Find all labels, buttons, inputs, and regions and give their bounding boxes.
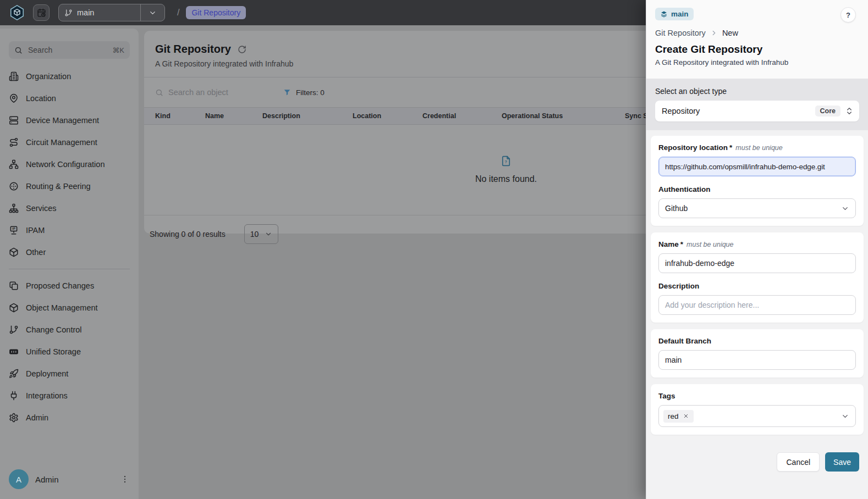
page-size-select[interactable]: 10 xyxy=(244,224,278,244)
name-label: Name xyxy=(658,240,679,248)
drawer-breadcrumb: Git Repository New xyxy=(655,29,859,37)
name-input[interactable]: infrahub-demo-edge xyxy=(658,253,856,273)
globe-dots-icon xyxy=(9,181,19,191)
branch-selector[interactable]: main xyxy=(58,4,165,21)
object-type-value: Repository xyxy=(662,107,815,115)
sidebar-item-routing-peering[interactable]: Routing & Peering xyxy=(0,175,139,197)
sidebar-item-label: Unified Storage xyxy=(26,347,81,356)
sidebar-item-label: Circuit Management xyxy=(26,138,97,147)
drawer-form: Repository location*must be unique https… xyxy=(646,130,868,499)
page-size-value: 10 xyxy=(250,230,265,239)
object-search-placeholder: Search an object xyxy=(168,88,228,97)
results-summary: Showing 0 of 0 results xyxy=(150,230,226,239)
filters-button[interactable]: Filters: 0 xyxy=(283,88,325,97)
sidebar-item-label: Deployment xyxy=(26,369,68,378)
sidebar-item-label: Other xyxy=(26,248,46,257)
sidebar-item-change-control[interactable]: Change Control xyxy=(0,319,139,341)
tag-chip-label: red xyxy=(668,412,679,420)
sidebar-item-circuit-management[interactable]: Circuit Management xyxy=(0,131,139,153)
sidebar-item-label: Object Management xyxy=(26,303,98,312)
help-button[interactable]: ? xyxy=(840,7,856,23)
object-type-section: Select an object type Repository Core xyxy=(646,79,868,130)
sidebar-item-label: Routing & Peering xyxy=(26,182,91,191)
sidebar-item-ipam[interactable]: IPIPAM xyxy=(0,219,139,241)
sidebar-item-unified-storage[interactable]: Unified Storage xyxy=(0,341,139,363)
required-marker: * xyxy=(680,240,683,248)
layers-icon xyxy=(660,10,668,18)
chevron-right-icon xyxy=(710,29,718,37)
rocket-icon xyxy=(9,369,19,379)
sidebar-search[interactable]: Search ⌘K xyxy=(9,41,130,59)
plug-icon xyxy=(9,391,19,401)
kebab-menu-icon[interactable] xyxy=(120,474,130,484)
sidebar-item-label: Proposed Changes xyxy=(26,281,94,290)
column-header-operational-status: Operational Status xyxy=(502,112,625,120)
sidebar-item-admin[interactable]: Admin xyxy=(0,407,139,429)
empty-state-text: No items found. xyxy=(475,174,537,184)
sidebar-item-location[interactable]: Location xyxy=(0,87,139,109)
tags-select[interactable]: red xyxy=(658,405,856,427)
default-branch-input[interactable]: main xyxy=(658,350,856,370)
column-header-kind: Kind xyxy=(155,112,205,120)
tag-chip-red: red xyxy=(663,410,694,423)
sidebar-search-shortcut: ⌘K xyxy=(112,46,124,54)
drawer-branch-badge: main xyxy=(655,8,694,20)
repository-location-input[interactable]: https://github.com/opsmill/infrahub-demo… xyxy=(658,157,856,176)
chevron-down-icon xyxy=(841,204,849,213)
column-header-description: Description xyxy=(262,112,353,120)
copy-diff-icon xyxy=(9,281,19,291)
user-row: A Admin xyxy=(9,469,130,489)
sidebar-item-network-configuration[interactable]: Network Configuration xyxy=(0,153,139,175)
sidebar-item-deployment[interactable]: Deployment xyxy=(0,363,139,385)
avatar[interactable]: A xyxy=(9,469,29,489)
save-button[interactable]: Save xyxy=(825,452,859,472)
funnel-icon xyxy=(283,88,291,96)
object-search-input[interactable]: Search an object xyxy=(155,88,273,97)
object-type-select[interactable]: Repository Core xyxy=(655,101,859,121)
drawer-branch-name: main xyxy=(671,10,689,18)
sidebar-item-device-management[interactable]: Device Management xyxy=(0,109,139,131)
sidebar-item-label: Device Management xyxy=(26,116,99,125)
map-pin-icon xyxy=(9,93,19,103)
sidebar-item-organization[interactable]: Organization xyxy=(0,65,139,87)
location-auth-card: Repository location*must be unique https… xyxy=(651,136,864,226)
breadcrumb-git-repository[interactable]: Git Repository xyxy=(186,6,246,19)
chevrons-up-down-icon xyxy=(845,107,854,115)
building-icon xyxy=(9,71,19,81)
name-description-card: Name*must be unique infrahub-demo-edge D… xyxy=(651,232,864,323)
sidebar-item-services[interactable]: Services xyxy=(0,197,139,219)
time-travel-button[interactable] xyxy=(33,4,50,21)
sidebar-item-object-management[interactable]: Object Management xyxy=(0,297,139,319)
infrahub-logo-icon[interactable] xyxy=(9,4,25,21)
sidebar-nav: OrganizationLocationDevice ManagementCir… xyxy=(0,65,139,429)
cube-icon xyxy=(9,247,19,257)
create-git-repository-drawer: main ? Git Repository New Create Git Rep… xyxy=(646,0,868,499)
default-branch-card: Default Branch main xyxy=(651,329,864,378)
sidebar-item-integrations[interactable]: Integrations xyxy=(0,385,139,407)
svg-text:?: ? xyxy=(505,160,507,164)
description-label: Description xyxy=(658,282,699,290)
branch-selector-expand[interactable] xyxy=(140,4,164,21)
search-icon xyxy=(155,88,163,97)
default-branch-label: Default Branch xyxy=(658,337,711,345)
tags-card: Tags red xyxy=(651,384,864,435)
authentication-value: Github xyxy=(665,204,841,213)
name-hint: must be unique xyxy=(686,241,733,248)
calendar-clock-icon xyxy=(37,8,46,18)
description-input[interactable]: Add your description here... xyxy=(658,295,856,315)
drawer-breadcrumb-parent[interactable]: Git Repository xyxy=(655,29,706,37)
sidebar-item-proposed-changes[interactable]: Proposed Changes xyxy=(0,275,139,297)
sidebar-item-other[interactable]: Other xyxy=(0,241,139,263)
location-hint: must be unique xyxy=(735,144,782,152)
search-icon xyxy=(14,46,23,54)
file-question-icon: ? xyxy=(501,156,512,167)
hierarchy-icon xyxy=(9,203,19,213)
sidebar-divider xyxy=(9,269,130,269)
drawer-breadcrumb-current: New xyxy=(722,29,738,37)
cancel-button[interactable]: Cancel xyxy=(777,452,820,472)
authentication-select[interactable]: Github xyxy=(658,198,856,218)
sidebar-item-label: Organization xyxy=(26,72,71,81)
authentication-label: Authentication xyxy=(658,185,711,193)
remove-tag-icon[interactable] xyxy=(683,413,689,419)
refresh-icon[interactable] xyxy=(238,45,246,54)
